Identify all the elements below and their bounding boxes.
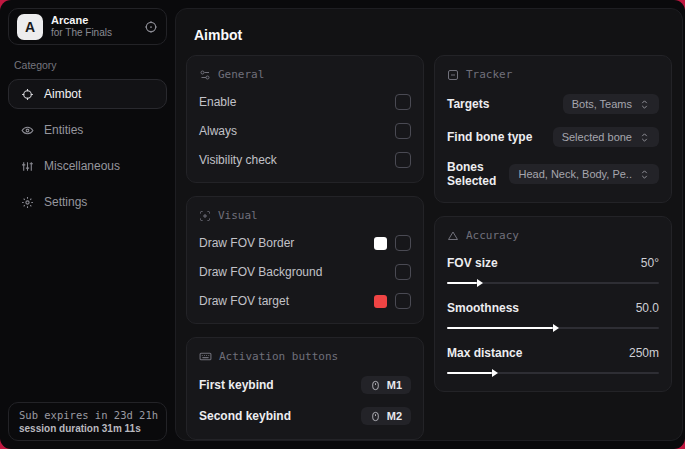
- scan-plus-icon: [199, 210, 211, 222]
- setting-row: Targets Bots, Teams: [447, 94, 659, 114]
- card-title: Accuracy: [466, 229, 519, 242]
- setting-row: Draw FOV target: [199, 293, 411, 309]
- setting-row: Draw FOV Background: [199, 264, 411, 280]
- sidebar-item-aimbot[interactable]: Aimbot: [8, 79, 167, 109]
- slider-fill: [447, 327, 553, 329]
- first-keybind-button[interactable]: M1: [361, 376, 411, 394]
- card-title: Activation buttons: [219, 350, 338, 363]
- setting-label: Draw FOV Border: [199, 236, 294, 250]
- setting-row: First keybind M1: [199, 376, 411, 394]
- card-title: Visual: [218, 209, 258, 222]
- chevrons-up-down-icon: [639, 169, 650, 180]
- session-duration-text: session duration 31m 11s: [19, 423, 156, 434]
- gear-icon: [21, 196, 34, 209]
- app-logo: A: [17, 14, 43, 40]
- sidebar-item-label: Entities: [44, 123, 83, 137]
- setting-row: Visibility check: [199, 152, 411, 168]
- main-area: Aimbot General Enable: [175, 0, 685, 449]
- setting-label: Draw FOV Background: [199, 265, 322, 279]
- setting-label: Bones Selected: [447, 160, 509, 188]
- setting-label: Smoothness: [447, 301, 519, 315]
- setting-label: Second keybind: [199, 409, 291, 423]
- activation-card: Activation buttons First keybind M1: [186, 337, 424, 440]
- chevrons-up-down-icon: [639, 132, 650, 143]
- smoothness-setting: Smoothness 50.0: [447, 301, 659, 332]
- setting-row: Draw FOV Border: [199, 235, 411, 251]
- frame-minus-icon: [447, 69, 459, 81]
- setting-label: First keybind: [199, 378, 274, 392]
- draw-fov-target-checkbox[interactable]: [395, 293, 411, 309]
- sidebar-item-settings[interactable]: Settings: [8, 187, 167, 217]
- visibility-check-checkbox[interactable]: [395, 152, 411, 168]
- setting-label: Always: [199, 124, 237, 138]
- fov-border-color-swatch[interactable]: [374, 237, 387, 250]
- fov-size-setting: FOV size 50°: [447, 256, 659, 287]
- desktop-background: A Arcane for The Finals Category Aimbot: [0, 0, 685, 449]
- setting-label: FOV size: [447, 256, 498, 270]
- slider-fill: [447, 282, 477, 284]
- setting-label: Visibility check: [199, 153, 277, 167]
- draw-fov-border-checkbox[interactable]: [395, 235, 411, 251]
- card-title: Tracker: [466, 68, 512, 81]
- setting-row: Enable: [199, 94, 411, 110]
- find-bone-type-select[interactable]: Selected bone: [553, 127, 659, 147]
- second-keybind-button[interactable]: M2: [361, 407, 411, 425]
- keybind-value: M2: [387, 410, 402, 422]
- category-label: Category: [14, 59, 161, 71]
- sidebar-item-entities[interactable]: Entities: [8, 115, 167, 145]
- eye-icon: [21, 124, 34, 137]
- visual-card: Visual Draw FOV Border Draw FOV Back: [186, 196, 424, 324]
- mouse-icon: [370, 411, 381, 422]
- setting-row: Always: [199, 123, 411, 139]
- app-header-card: A Arcane for The Finals: [8, 8, 167, 45]
- smoothness-value: 50.0: [636, 301, 659, 315]
- setting-label: Max distance: [447, 346, 522, 360]
- select-value: Head, Neck, Body, Pe..: [518, 168, 632, 180]
- subscription-card: Sub expires in 23d 21h session duration …: [8, 402, 167, 441]
- scope-icon[interactable]: [144, 20, 158, 34]
- page-title: Aimbot: [194, 27, 672, 43]
- targets-select[interactable]: Bots, Teams: [563, 94, 659, 114]
- fov-size-slider[interactable]: [447, 279, 659, 287]
- sidebar-item-label: Miscellaneous: [44, 159, 120, 173]
- setting-label: Enable: [199, 95, 236, 109]
- fov-target-color-swatch[interactable]: [374, 295, 387, 308]
- settings-lines-icon: [199, 69, 211, 81]
- app-window: A Arcane for The Finals Category Aimbot: [0, 0, 685, 449]
- max-distance-setting: Max distance 250m: [447, 346, 659, 377]
- sidebar-item-miscellaneous[interactable]: Miscellaneous: [8, 151, 167, 181]
- setting-label: Targets: [447, 97, 489, 111]
- slider-fill: [447, 372, 492, 374]
- triangle-icon: [447, 230, 459, 242]
- left-column: General Enable Always Visibi: [186, 55, 424, 440]
- always-checkbox[interactable]: [395, 123, 411, 139]
- setting-label: Draw FOV target: [199, 294, 289, 308]
- max-distance-value: 250m: [629, 346, 659, 360]
- smoothness-slider[interactable]: [447, 324, 659, 332]
- crosshair-icon: [21, 88, 34, 101]
- setting-row: Bones Selected Head, Neck, Body, Pe..: [447, 160, 659, 188]
- accuracy-card: Accuracy FOV size 50°: [434, 216, 672, 392]
- fov-size-value: 50°: [641, 256, 659, 270]
- card-title: General: [218, 68, 264, 81]
- select-value: Selected bone: [562, 131, 632, 143]
- sub-expiry-text: Sub expires in 23d 21h: [19, 409, 156, 421]
- app-name: Arcane: [51, 14, 112, 27]
- mouse-icon: [370, 380, 381, 391]
- enable-checkbox[interactable]: [395, 94, 411, 110]
- main-panel: Aimbot General Enable: [175, 8, 683, 441]
- keyboard-icon: [199, 350, 212, 363]
- max-distance-slider[interactable]: [447, 369, 659, 377]
- general-card: General Enable Always Visibi: [186, 55, 424, 183]
- chevrons-up-down-icon: [639, 99, 650, 110]
- sidebar-item-label: Aimbot: [44, 87, 81, 101]
- sidebar-item-label: Settings: [44, 195, 87, 209]
- bones-selected-select[interactable]: Head, Neck, Body, Pe..: [509, 164, 659, 184]
- select-value: Bots, Teams: [572, 98, 632, 110]
- app-subtitle: for The Finals: [51, 27, 112, 39]
- draw-fov-background-checkbox[interactable]: [395, 264, 411, 280]
- setting-row: Find bone type Selected bone: [447, 127, 659, 147]
- setting-label: Find bone type: [447, 130, 532, 144]
- setting-row: Second keybind M2: [199, 407, 411, 425]
- tracker-card: Tracker Targets Bots, Teams: [434, 55, 672, 203]
